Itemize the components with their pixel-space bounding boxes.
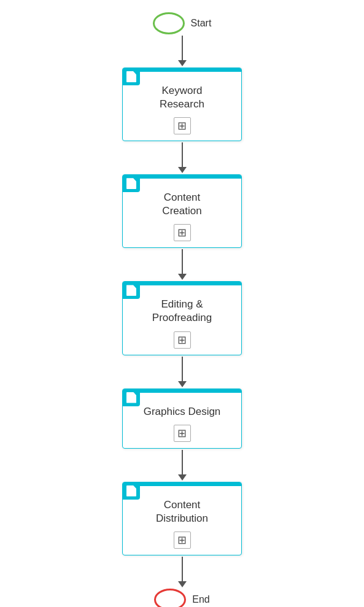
step-4-badge: 4	[123, 389, 140, 406]
arrow-head-2	[178, 167, 187, 173]
step-3-title: Editing &Proofreading	[152, 298, 212, 325]
arrow-5	[178, 450, 187, 481]
step-2-expand[interactable]: ⊞	[174, 224, 191, 241]
arrow-head-5	[178, 474, 187, 481]
start-node: Start	[153, 12, 212, 34]
step-5-box: 5 ContentDistribution ⊞	[122, 482, 242, 555]
step-4-expand[interactable]: ⊞	[174, 425, 191, 442]
step-3-expand-icon: ⊞	[177, 334, 187, 346]
step-1-expand-icon: ⊞	[177, 120, 187, 131]
step-3-expand[interactable]: ⊞	[174, 331, 191, 349]
step-2-expand-icon: ⊞	[177, 227, 187, 238]
arrow-head-6	[178, 581, 187, 587]
step-4-title: Graphics Design	[144, 405, 221, 419]
end-circle	[154, 589, 186, 607]
step-5-expand-icon: ⊞	[177, 535, 187, 546]
flowchart: Start 1 KeywordResearch ⊞	[0, 0, 364, 607]
arrow-6	[178, 557, 187, 587]
arrow-1	[178, 36, 187, 66]
step-4-num: 4	[131, 396, 134, 402]
step-1-expand[interactable]: ⊞	[174, 117, 191, 134]
end-node: End	[154, 589, 209, 607]
arrow-line-6	[182, 557, 183, 581]
step-1-body: KeywordResearch ⊞	[123, 72, 241, 141]
arrow-4	[178, 357, 187, 387]
step-4-box: 4 Graphics Design ⊞	[122, 389, 242, 449]
start-label: Start	[191, 18, 212, 29]
step-2-badge: 2	[123, 175, 140, 192]
step-2-num: 2	[131, 182, 134, 188]
step-5-title: ContentDistribution	[156, 498, 208, 525]
arrow-line-4	[182, 357, 183, 381]
step-4-body: Graphics Design ⊞	[123, 393, 241, 448]
step-5-body: ContentDistribution ⊞	[123, 486, 241, 555]
arrow-head-3	[178, 274, 187, 280]
start-circle	[153, 12, 185, 34]
step-1-badge: 1	[123, 68, 140, 85]
step-4-expand-icon: ⊞	[177, 428, 187, 439]
arrow-line-3	[182, 249, 183, 274]
step-3-box: 3 Editing &Proofreading ⊞	[122, 281, 242, 355]
step-2-title: ContentCreation	[162, 191, 201, 218]
end-label: End	[192, 594, 209, 605]
arrow-3	[178, 249, 187, 280]
step-3-body: Editing &Proofreading ⊞	[123, 285, 241, 354]
arrow-line-5	[182, 450, 183, 474]
arrow-line-1	[182, 36, 183, 60]
step-1-num: 1	[131, 75, 134, 81]
step-3-badge: 3	[123, 282, 140, 299]
step-2-box: 2 ContentCreation ⊞	[122, 174, 242, 248]
step-2-body: ContentCreation ⊞	[123, 179, 241, 247]
step-5-expand[interactable]: ⊞	[174, 532, 191, 549]
arrow-line-2	[182, 142, 183, 167]
arrow-head-1	[178, 60, 187, 66]
step-5-badge: 5	[123, 482, 140, 500]
step-3-num: 3	[131, 288, 134, 295]
arrow-head-4	[178, 381, 187, 387]
arrow-2	[178, 142, 187, 173]
step-1-box: 1 KeywordResearch ⊞	[122, 68, 242, 141]
step-5-num: 5	[131, 489, 134, 495]
step-1-title: KeywordResearch	[160, 84, 204, 111]
